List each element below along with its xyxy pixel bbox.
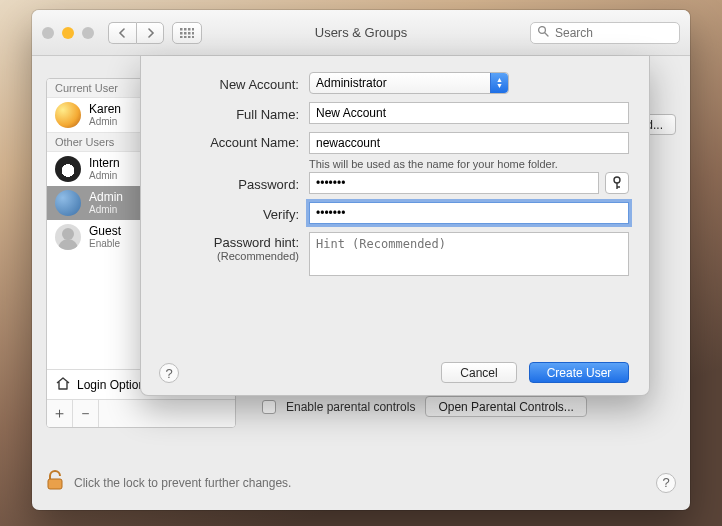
svg-rect-5 <box>184 32 187 35</box>
remove-user-button[interactable]: － <box>73 400 99 427</box>
add-user-button[interactable]: ＋ <box>47 400 73 427</box>
label-hint: Password hint: (Recommended) <box>157 232 309 262</box>
show-all-button[interactable] <box>172 22 202 44</box>
account-type-select[interactable]: Administrator ▲▼ <box>309 72 509 94</box>
user-name: Intern <box>89 157 120 170</box>
open-parental-controls-button[interactable]: Open Parental Controls... <box>425 396 586 417</box>
parental-checkbox[interactable] <box>262 400 276 414</box>
user-role: Admin <box>89 116 121 127</box>
lock-icon[interactable] <box>46 469 64 496</box>
password-input[interactable] <box>309 172 599 194</box>
prefs-window: Users & Groups Current User Karen Admin … <box>32 10 690 510</box>
verify-input[interactable] <box>309 202 629 224</box>
label-password: Password: <box>157 174 309 192</box>
svg-rect-10 <box>188 36 191 38</box>
account-name-input[interactable] <box>309 132 629 154</box>
svg-line-13 <box>545 33 548 36</box>
svg-rect-1 <box>184 28 187 31</box>
user-role: Admin <box>89 204 123 215</box>
avatar <box>55 102 81 128</box>
chevron-right-icon <box>146 28 155 38</box>
search-icon <box>537 25 549 40</box>
svg-rect-0 <box>180 28 183 31</box>
svg-rect-7 <box>192 32 194 35</box>
help-button[interactable]: ? <box>656 473 676 493</box>
avatar <box>55 156 81 182</box>
hint-input[interactable] <box>309 232 629 276</box>
cancel-button[interactable]: Cancel <box>441 362 517 383</box>
svg-rect-3 <box>192 28 194 31</box>
key-icon <box>611 176 623 190</box>
add-remove-bar: ＋ － <box>47 399 235 427</box>
back-button[interactable] <box>108 22 136 44</box>
full-name-input[interactable] <box>309 102 629 124</box>
user-role: Enable <box>89 238 121 249</box>
zoom-window-button[interactable] <box>82 27 94 39</box>
account-name-note: This will be used as the name for your h… <box>309 154 629 170</box>
parental-controls-row: Enable parental controls Open Parental C… <box>262 396 676 417</box>
svg-rect-14 <box>48 479 62 489</box>
traffic-lights <box>42 27 94 39</box>
account-type-value: Administrator <box>316 76 387 90</box>
user-role: Admin <box>89 170 120 181</box>
user-name: Admin <box>89 191 123 204</box>
label-new-account: New Account: <box>157 74 309 92</box>
minimize-window-button[interactable] <box>62 27 74 39</box>
avatar <box>55 224 81 250</box>
user-name: Guest <box>89 225 121 238</box>
updown-icon: ▲▼ <box>490 73 508 93</box>
close-window-button[interactable] <box>42 27 54 39</box>
home-icon <box>55 376 71 394</box>
lock-row: Click the lock to prevent further change… <box>46 469 676 496</box>
svg-rect-8 <box>180 36 183 38</box>
new-account-sheet: New Account: Administrator ▲▼ Full Name:… <box>140 56 650 396</box>
avatar <box>55 190 81 216</box>
svg-rect-2 <box>188 28 191 31</box>
search-input[interactable] <box>553 25 673 41</box>
password-assistant-button[interactable] <box>605 172 629 194</box>
forward-button[interactable] <box>136 22 164 44</box>
label-full-name: Full Name: <box>157 104 309 122</box>
svg-rect-11 <box>192 36 194 38</box>
svg-rect-6 <box>188 32 191 35</box>
svg-point-12 <box>539 27 546 34</box>
svg-rect-4 <box>180 32 183 35</box>
user-name: Karen <box>89 103 121 116</box>
sheet-help-button[interactable]: ? <box>159 363 179 383</box>
toolbar: Users & Groups <box>32 10 690 56</box>
grid-icon <box>180 28 194 38</box>
svg-point-15 <box>614 177 620 183</box>
svg-rect-9 <box>184 36 187 38</box>
parental-checkbox-label: Enable parental controls <box>286 400 415 414</box>
lock-text: Click the lock to prevent further change… <box>74 476 291 490</box>
search-field[interactable] <box>530 22 680 44</box>
nav-seg <box>108 22 164 44</box>
label-verify: Verify: <box>157 204 309 222</box>
label-account-name: Account Name: <box>157 132 309 150</box>
create-user-button[interactable]: Create User <box>529 362 629 383</box>
chevron-left-icon <box>118 28 127 38</box>
